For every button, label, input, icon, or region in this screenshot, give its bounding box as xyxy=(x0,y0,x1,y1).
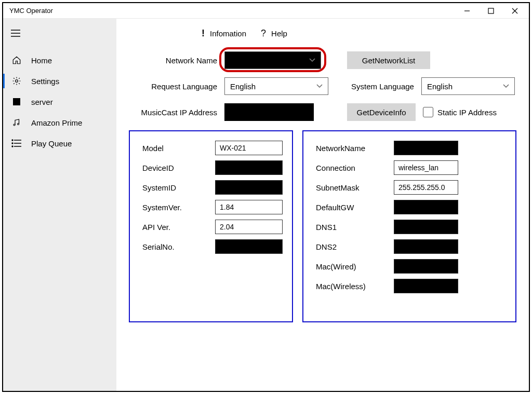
maximize-button[interactable] xyxy=(479,3,503,19)
gear-icon xyxy=(10,76,23,86)
tab-label: Help xyxy=(271,29,287,38)
sidebar-item-amazon-prime[interactable]: Amazon Prime xyxy=(3,112,116,133)
svg-point-9 xyxy=(14,124,15,126)
svg-point-7 xyxy=(16,80,18,83)
dns1-label: DNS1 xyxy=(316,223,394,232)
close-button[interactable] xyxy=(503,3,527,19)
sidebar-item-play-queue[interactable]: Play Queue xyxy=(3,133,116,154)
svg-point-14 xyxy=(12,140,13,141)
svg-point-10 xyxy=(18,124,19,125)
chevron-down-icon xyxy=(503,84,509,88)
svg-rect-1 xyxy=(488,8,494,13)
home-icon xyxy=(10,56,23,65)
system-language-value: English xyxy=(427,82,453,91)
device-info-panel: ModelWX-021 DeviceID SystemID SystemVer.… xyxy=(129,130,293,322)
tab-help[interactable]: ? Help xyxy=(261,28,287,39)
subnet-value: 255.255.255.0 xyxy=(394,180,458,195)
sidebar-item-label: Settings xyxy=(31,77,59,86)
macwired-label: Mac(Wired) xyxy=(316,262,394,271)
sidebar-item-settings[interactable]: Settings xyxy=(3,71,116,91)
systemid-value-redacted xyxy=(215,180,283,195)
ip-address-value-redacted xyxy=(224,103,314,121)
sidebar-item-label: server xyxy=(31,98,53,106)
macwireless-value-redacted xyxy=(394,279,458,293)
system-language-select[interactable]: English xyxy=(421,77,515,95)
apiver-label: API Ver. xyxy=(142,223,215,232)
apiver-value: 2.04 xyxy=(215,220,283,234)
request-language-select[interactable]: English xyxy=(224,77,328,95)
dns1-value-redacted xyxy=(394,220,458,234)
network-name-label: Network Name xyxy=(129,56,217,65)
systemver-value: 1.84 xyxy=(215,200,283,214)
hamburger-menu[interactable] xyxy=(5,23,26,44)
request-language-value: English xyxy=(230,82,256,91)
tab-information[interactable]: ! Infomation xyxy=(202,28,246,39)
window-title: YMC Operator xyxy=(9,7,455,15)
deviceid-value-redacted xyxy=(215,160,283,175)
dns2-label: DNS2 xyxy=(316,242,394,251)
sidebar-item-server[interactable]: server xyxy=(3,91,116,112)
system-language-label: System Language xyxy=(351,82,414,91)
titlebar: YMC Operator xyxy=(3,3,529,19)
sidebar-item-home[interactable]: Home xyxy=(3,50,116,71)
tab-label: Infomation xyxy=(210,29,246,38)
chevron-down-icon xyxy=(309,58,315,62)
svg-rect-8 xyxy=(13,98,20,105)
subnet-label: SubnetMask xyxy=(316,183,394,192)
chevron-down-icon xyxy=(316,84,323,88)
svg-point-16 xyxy=(12,146,13,147)
systemver-label: SystemVer. xyxy=(142,203,215,212)
serialno-value-redacted xyxy=(215,239,283,254)
deviceid-label: DeviceID xyxy=(142,164,215,172)
main-content: ! Infomation ? Help Network Name xyxy=(116,19,529,391)
networkname-value-redacted xyxy=(394,141,458,155)
ip-address-label: MusicCast IP Address xyxy=(129,108,217,117)
systemid-label: SystemID xyxy=(142,183,215,192)
macwireless-label: Mac(Wireless) xyxy=(316,282,394,291)
tab-row: ! Infomation ? Help xyxy=(202,28,516,39)
connection-value: wireless_lan xyxy=(394,160,458,175)
help-icon: ? xyxy=(261,28,266,39)
sidebar-item-label: Play Queue xyxy=(31,139,72,148)
dns2-value-redacted xyxy=(394,239,458,254)
static-ip-checkbox[interactable]: Static IP Address xyxy=(423,107,497,117)
app-window: YMC Operator Home xyxy=(2,2,530,392)
defaultgw-value-redacted xyxy=(394,200,458,214)
get-device-info-button[interactable]: GetDeviceInfo xyxy=(347,103,416,121)
macwired-value-redacted xyxy=(394,259,458,274)
model-label: Model xyxy=(142,144,215,153)
get-network-list-button[interactable]: GetNetworkList xyxy=(347,51,430,69)
info-icon: ! xyxy=(202,28,205,39)
minimize-button[interactable] xyxy=(455,3,479,19)
svg-point-15 xyxy=(12,143,13,144)
model-value: WX-021 xyxy=(215,141,283,155)
defaultgw-label: DefaultGW xyxy=(316,203,394,212)
network-info-panel: NetworkName Connectionwireless_lan Subne… xyxy=(302,130,516,322)
connection-label: Connection xyxy=(316,164,394,172)
checkbox-box xyxy=(423,107,433,117)
server-icon xyxy=(10,98,23,106)
serialno-label: SerialNo. xyxy=(142,242,215,251)
sidebar: Home Settings server Amazon Prime xyxy=(3,19,116,391)
request-language-label: Request Language xyxy=(129,82,217,91)
list-icon xyxy=(10,140,23,147)
music-icon xyxy=(10,118,23,127)
network-name-select[interactable] xyxy=(224,51,321,69)
static-ip-label: Static IP Address xyxy=(437,108,497,117)
networkname-label: NetworkName xyxy=(316,144,394,153)
sidebar-item-label: Amazon Prime xyxy=(31,118,82,127)
sidebar-item-label: Home xyxy=(31,56,52,65)
